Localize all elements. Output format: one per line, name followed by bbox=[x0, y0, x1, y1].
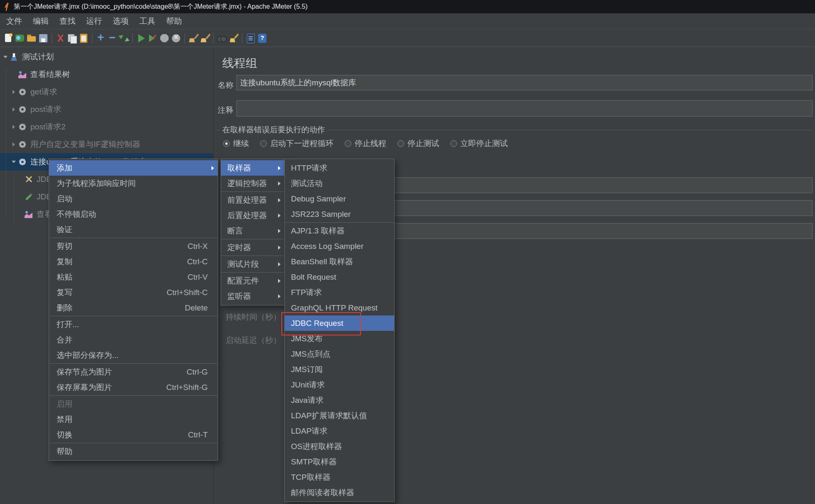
menu-separator[interactable] bbox=[221, 191, 284, 192]
save-icon[interactable] bbox=[38, 33, 49, 44]
stop-icon[interactable] bbox=[159, 33, 170, 44]
menu-item-save-selection-as[interactable]: 选中部分保存为... bbox=[49, 348, 218, 363]
radio-option[interactable]: 立即停止测试 bbox=[450, 138, 508, 149]
toolbar-separator[interactable] bbox=[184, 33, 185, 43]
menu-separator[interactable] bbox=[50, 363, 217, 364]
tree-item-post-request[interactable]: post请求 bbox=[0, 101, 213, 118]
start-no-pauses-icon[interactable] bbox=[147, 33, 158, 44]
sampler-item-jms-subscriber[interactable]: JMS订阅 bbox=[285, 362, 394, 377]
comment-input[interactable] bbox=[236, 100, 813, 117]
toolbar-separator[interactable] bbox=[242, 33, 242, 43]
sampler-item-ajp-sampler[interactable]: AJP/1.3 取样器 bbox=[285, 223, 394, 238]
sampler-item-java-request[interactable]: Java请求 bbox=[285, 392, 394, 408]
clear-all-icon[interactable] bbox=[199, 33, 210, 44]
tree-chevron-icon[interactable] bbox=[17, 194, 24, 200]
tree-chevron-icon[interactable] bbox=[2, 54, 10, 60]
submenu-item-test-fragment[interactable]: 测试片段 bbox=[221, 256, 284, 272]
function-helper-icon[interactable] bbox=[245, 33, 256, 44]
toggle-arrows-icon[interactable] bbox=[119, 33, 129, 44]
submenu-item-config-element[interactable]: 配置元件 bbox=[221, 273, 284, 288]
sampler-item-jsr223-sampler[interactable]: JSR223 Sampler bbox=[285, 206, 394, 222]
remove-element-icon[interactable] bbox=[107, 33, 118, 44]
tree-item-get-request[interactable]: get请求 bbox=[0, 83, 213, 101]
menubar-item[interactable]: 帮助 bbox=[161, 13, 187, 29]
submenu-item-logic-controller[interactable]: 逻辑控制器 bbox=[221, 176, 284, 191]
toolbar-separator[interactable] bbox=[213, 33, 214, 43]
menubar-item[interactable]: 文件 bbox=[1, 13, 27, 29]
clear-icon[interactable] bbox=[188, 33, 199, 44]
open-file-icon[interactable] bbox=[26, 33, 37, 44]
submenu-item-pre-processor[interactable]: 前置处理器 bbox=[221, 192, 284, 208]
sampler-item-http-request[interactable]: HTTP请求 bbox=[285, 160, 394, 176]
radio-option[interactable]: 停止线程 bbox=[345, 138, 386, 149]
start-icon[interactable] bbox=[136, 33, 147, 44]
menu-separator[interactable] bbox=[221, 272, 284, 273]
sampler-item-junit-request[interactable]: JUnit请求 bbox=[285, 377, 394, 392]
menu-separator[interactable] bbox=[50, 443, 217, 443]
menubar-item[interactable]: 工具 bbox=[134, 13, 161, 29]
tree-chevron-icon[interactable] bbox=[11, 89, 18, 95]
help-icon[interactable] bbox=[257, 33, 268, 44]
tree-chevron-icon[interactable] bbox=[11, 106, 18, 113]
sampler-item-jms-point-to-point[interactable]: JMS点到点 bbox=[285, 346, 394, 362]
menubar-item[interactable]: 查找 bbox=[54, 13, 81, 29]
templates-icon[interactable] bbox=[15, 33, 25, 44]
menu-separator[interactable] bbox=[221, 239, 284, 239]
sampler-item-tcp-sampler[interactable]: TCP取样器 bbox=[285, 469, 394, 485]
menu-item-add-think-times[interactable]: 为子线程添加响应时间 bbox=[49, 176, 218, 191]
tree-chevron-icon[interactable] bbox=[17, 176, 24, 183]
menu-item-duplicate[interactable]: 复写 Ctrl+Shift-C bbox=[49, 285, 218, 300]
sampler-item-bolt-request[interactable]: Bolt Request bbox=[285, 269, 394, 285]
menu-item-cut[interactable]: 剪切 Ctrl-X bbox=[49, 238, 218, 254]
menu-separator[interactable] bbox=[285, 222, 394, 223]
sampler-item-test-action[interactable]: 测试活动 bbox=[285, 176, 394, 191]
menu-item-toggle[interactable]: 切换 Ctrl-T bbox=[49, 427, 218, 442]
menu-item-start[interactable]: 启动 bbox=[49, 191, 218, 206]
radio-option[interactable]: 继续 bbox=[223, 138, 249, 149]
menu-item-paste[interactable]: 粘贴 Ctrl-V bbox=[49, 269, 218, 285]
paste-icon[interactable] bbox=[78, 33, 89, 44]
menu-item-merge[interactable]: 合并 bbox=[49, 332, 218, 348]
menu-item-open[interactable]: 打开... bbox=[49, 317, 218, 332]
copy-icon[interactable] bbox=[67, 33, 77, 44]
menu-item-help[interactable]: 帮助 bbox=[49, 444, 218, 459]
sampler-item-beanshell-sampler[interactable]: BeanShell 取样器 bbox=[285, 254, 394, 269]
menu-item-save-node-as-image[interactable]: 保存节点为图片 Ctrl-G bbox=[49, 364, 218, 380]
menu-item-disable[interactable]: 禁用 bbox=[49, 412, 218, 427]
tree-chevron-icon[interactable] bbox=[17, 211, 24, 218]
menubar-item[interactable]: 选项 bbox=[107, 13, 134, 29]
submenu-item-sampler[interactable]: 取样器 bbox=[221, 160, 284, 176]
sampler-item-debug-sampler[interactable]: Debug Sampler bbox=[285, 191, 394, 206]
menu-item-save-screen-as-image[interactable]: 保存屏幕为图片 Ctrl+Shift-G bbox=[49, 380, 218, 395]
sampler-item-smtp-sampler[interactable]: SMTP取样器 bbox=[285, 454, 394, 469]
radio-option[interactable]: 停止测试 bbox=[398, 138, 439, 149]
submenu-item-listener[interactable]: 监听器 bbox=[221, 288, 284, 304]
search-reset-icon[interactable] bbox=[228, 33, 239, 44]
shutdown-icon[interactable] bbox=[171, 33, 181, 44]
menubar-item[interactable]: 编辑 bbox=[27, 13, 54, 29]
menu-item-enable[interactable]: 启用 bbox=[49, 396, 218, 412]
menu-separator[interactable] bbox=[50, 238, 217, 238]
cut-icon[interactable] bbox=[55, 33, 66, 44]
radio-option[interactable]: 启动下一进程循环 bbox=[260, 138, 333, 149]
menu-separator[interactable] bbox=[50, 395, 217, 396]
submenu-item-post-processor[interactable]: 后置处理器 bbox=[221, 208, 284, 223]
tree-chevron-icon[interactable] bbox=[11, 141, 18, 148]
sampler-item-os-process-sampler[interactable]: OS进程取样器 bbox=[285, 439, 394, 454]
tree-chevron-icon[interactable] bbox=[11, 159, 18, 165]
tree-item-post-request2[interactable]: post请求2 bbox=[0, 118, 213, 136]
toolbar-separator[interactable] bbox=[92, 33, 92, 43]
new-file-icon[interactable] bbox=[3, 33, 14, 44]
sampler-item-ldap-request[interactable]: LDAP请求 bbox=[285, 423, 394, 439]
menu-item-copy[interactable]: 复制 Ctrl-C bbox=[49, 254, 218, 269]
add-element-icon[interactable] bbox=[95, 33, 106, 44]
menubar-item[interactable]: 运行 bbox=[81, 13, 107, 29]
menu-separator[interactable] bbox=[221, 256, 284, 256]
submenu-item-timer[interactable]: 定时器 bbox=[221, 240, 284, 255]
sampler-item-access-log-sampler[interactable]: Access Log Sampler bbox=[285, 238, 394, 254]
search-icon[interactable] bbox=[216, 33, 227, 44]
sampler-item-ftp-request[interactable]: FTP请求 bbox=[285, 285, 394, 300]
submenu-item-assertion[interactable]: 断言 bbox=[221, 223, 284, 238]
name-input[interactable]: 连接ubuntu系统上的mysql数据库 bbox=[236, 75, 813, 90]
tree-item-test-plan[interactable]: 测试计划 bbox=[0, 48, 213, 66]
